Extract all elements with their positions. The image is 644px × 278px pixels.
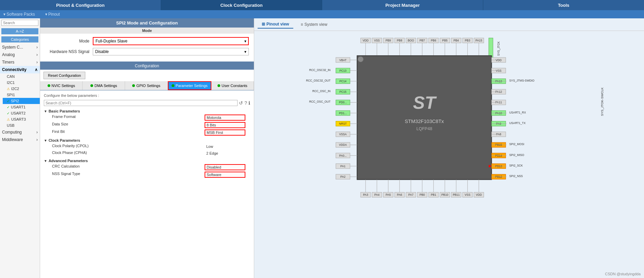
mode-select[interactable]: Full-Duplex Slave Disable Full-Duplex Ma… [93,37,249,45]
categories-button[interactable]: Categories [1,36,38,42]
config-area: Configuration Reset Configuration NVIC S… [40,62,254,278]
rcc-osc32-in-label: RCC_OSC32_IN [309,68,331,72]
pin-pb5-label: PB5 [442,39,448,42]
clock-collapse-icon: ▼ [44,139,47,142]
param-data-size-value[interactable]: 8 Bits [205,122,245,128]
sidebar-item-spi2[interactable]: ✓ SPI2 [3,98,40,104]
spi2-mosi-label: SPI2_MOSI [509,142,524,146]
sidebar-item-analog[interactable]: Analog › [0,51,40,58]
tab-nvic[interactable]: NVIC Settings [40,81,83,90]
param-cpha-value[interactable]: 2 Edge [205,151,245,156]
pin-pc13-label: PC13 [340,69,347,72]
sidebar-item-can[interactable]: CAN [3,73,40,80]
nss-row: Hardware NSS Signal Disable Hardware NSS… [45,48,249,55]
config-tabs: NVIC Settings DMA Settings GPIO Settings… [40,81,254,90]
submenu-pinout[interactable]: ▾ Pinout [45,12,60,17]
params-help-icon[interactable]: ? [244,100,247,106]
mode-section-header: Mode [40,28,254,34]
basic-collapse-icon: ▼ [44,109,47,113]
rcc-osc32-out-label: RCC_OSC32_OUT [306,79,330,82]
tab-system-view[interactable]: ≡ System view [297,20,331,29]
param-group-clock-title[interactable]: ▼ Clock Parameters [42,138,252,143]
menu-pinout[interactable]: Pinout & Configuration [0,0,161,10]
sidebar-item-i2c2[interactable]: ⚠ I2C2 [3,86,40,92]
sidebar-item-spi1[interactable]: SPI1 [3,92,40,98]
sidebar-item-computing[interactable]: Computing › [0,128,40,136]
param-group-advanced-title[interactable]: ▼ Advanced Parameters [42,158,252,163]
nss-label: Hardware NSS Signal [45,49,89,54]
pin-pb9-label: PB9 [385,39,391,42]
chip-pin1-indicator [358,56,364,62]
param-frame-format-label: Frame Format [52,115,205,121]
mode-section: Mode Full-Duplex Slave Disable Full-Dupl… [40,34,254,62]
pin-pb3-label: PB3 [465,39,470,42]
params-header-text: Configure the below parameters : [42,92,252,99]
tab-user[interactable]: User Constants [211,81,254,90]
pin-vssa-label: VSSA [339,133,347,136]
sidebar-item-middleware[interactable]: Middleware › [0,136,40,143]
pin-pc14-label: PC14 [340,80,347,83]
param-row-frame-format: Frame Format Motorola [42,114,252,121]
rcc-osc-out-label: RCC_OSC_OUT [309,100,331,103]
az-button[interactable]: A->Z [1,28,38,34]
nss-select[interactable]: Disable Hardware NSS Input [93,48,249,55]
pin-vss-bot-label: VSS [465,193,470,196]
sidebar-item-timers[interactable]: Timers › [0,58,40,66]
menu-tools[interactable]: Tools [483,0,644,10]
sidebar-item-i2c1[interactable]: I2C1 [3,80,40,86]
reset-configuration-button[interactable]: Reset Configuration [43,72,85,79]
sidebar-item-usart1[interactable]: ✓ USART1 [3,104,40,110]
param-first-bit-value[interactable]: MSB First [205,129,245,136]
param-row-cpol: Clock Polarity (CPOL) Low [42,143,252,150]
chip-body-rect [357,56,492,180]
sidebar-search-input[interactable] [1,20,38,26]
bottom-pins: PA3 PA4 PA5 PA6 PA7 [361,179,484,197]
param-nss-type-label: NSS Signal Type [52,172,205,178]
param-group-basic-title[interactable]: ▼ Basic Parameters [42,108,252,114]
menu-clock[interactable]: Clock Configuration [161,0,322,10]
sidebar-item-system-c[interactable]: System C... › [0,44,40,51]
param-frame-format-value[interactable]: Motorola [205,115,245,121]
sidebar-connectivity-header[interactable]: Connectivity ∧ [0,66,40,73]
rcc-osc-in-label: RCC_OSC_IN [312,89,331,93]
center-panel: SPI2 Mode and Configuration Mode Mode Fu… [40,18,254,278]
menu-project[interactable]: Project Manager [322,0,483,10]
param-crc-value[interactable]: Disabled [205,164,245,170]
param-data-size-label: Data Size [52,122,205,128]
panel-title: SPI2 Mode and Configuration [40,18,254,28]
param-row-data-size: Data Size 8 Bits [42,121,252,129]
param-row-cpha: Clock Phase (CPHA) 2 Edge [42,150,252,157]
pin-pd1-label: PD1... [339,111,347,115]
params-search-input[interactable] [44,100,238,106]
sidebar-item-usart2[interactable]: ✓ USART2 [3,110,40,116]
param-cpol-value[interactable]: Low [205,144,245,149]
top-menu-bar: Pinout & Configuration Clock Configurati… [0,0,644,10]
config-toolbar: Reset Configuration [40,70,254,81]
params-dot-icon [172,84,174,87]
pin-pb8-label: PB8 [397,39,402,42]
pin-pa4-label: PA4 [374,193,379,196]
chip-name-text: STM32F103C8Tx [405,119,444,124]
param-nss-type-value[interactable]: Software [205,172,245,178]
sidebar-item-usb[interactable]: USB [3,122,40,128]
pin-pa5-label: PA5 [386,193,391,196]
user-dot-icon [217,84,220,87]
usart1-tx-label: USART1_TX [509,121,526,125]
sidebar-item-usart3[interactable]: ⚠ USART3 [3,116,40,122]
sidebar-search-box [0,18,40,27]
submenu-software-packs[interactable]: ▾ Software Packs [3,12,35,17]
watermark-text: CSDN @studyingdda [605,272,641,276]
tab-gpio[interactable]: GPIO Settings [125,81,168,90]
pin-pa3-bot-label: PA3 [363,193,368,196]
tab-params[interactable]: Parameter Settings [168,81,211,90]
param-group-advanced: ▼ Advanced Parameters CRC Calculation Di… [42,158,252,178]
pin-boo-label: BOO [408,39,414,42]
nvic-dot-icon [48,84,50,87]
params-search-row: ↺ ? ℹ [42,99,252,107]
params-refresh-icon[interactable]: ↺ [239,100,243,106]
pin-pa2-label: PA2 [341,175,346,178]
tab-pinout-view[interactable]: ⊞ Pinout view [258,20,293,29]
tab-dma[interactable]: DMA Settings [83,81,125,90]
params-info-icon[interactable]: ℹ [248,100,250,106]
pin-vss-top-label: VSS [374,39,380,42]
